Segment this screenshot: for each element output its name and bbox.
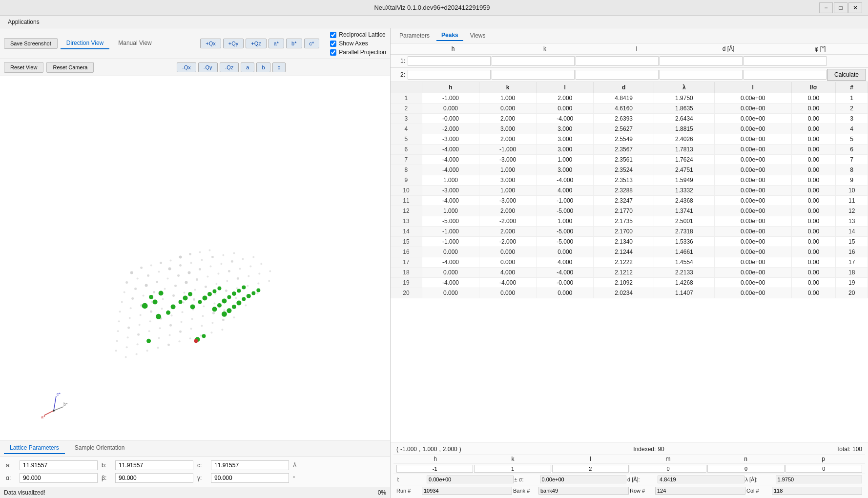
dir-btn-minus-qy[interactable]: -Qy (198, 62, 218, 72)
footer-n-input[interactable] (707, 465, 784, 473)
cell-rownum: 3 (391, 114, 422, 124)
table-row[interactable]: 8 -4.000 1.000 3.000 2.3524 2.4751 0.00e… (391, 165, 868, 175)
parallel-projection-checkbox[interactable] (330, 49, 336, 56)
table-row[interactable]: 9 1.000 3.000 -4.000 2.3513 1.5949 0.00e… (391, 175, 868, 186)
dir-btn-plus-qx[interactable]: +Qx (200, 39, 221, 48)
footer-col-num-input[interactable] (772, 487, 862, 495)
svg-point-77 (268, 280, 270, 282)
hkl-row2-l-input[interactable] (576, 70, 659, 80)
table-row[interactable]: 14 -1.000 2.000 -5.000 2.1700 2.7318 0.0… (391, 227, 868, 237)
param-b-input[interactable] (115, 460, 193, 470)
footer-h-val: -1.000 (400, 446, 417, 453)
dir-btn-b[interactable]: b (256, 62, 270, 72)
table-row[interactable]: 13 -5.000 -2.000 1.000 2.1735 2.5001 0.0… (391, 216, 868, 227)
checkbox-reciprocal-lattice[interactable]: Reciprocal Lattice (330, 31, 386, 38)
param-a-input[interactable] (20, 460, 98, 470)
footer-k-input[interactable] (474, 465, 551, 473)
hkl-row1-phi-input[interactable] (744, 56, 827, 66)
param-gamma-input[interactable] (211, 473, 289, 483)
table-row[interactable]: 15 -1.000 -2.000 -5.000 2.1340 1.5336 0.… (391, 237, 868, 247)
footer-row-num-input[interactable] (655, 487, 745, 495)
hkl-row2-k-input[interactable] (492, 70, 575, 80)
footer-lambda-input[interactable] (776, 476, 863, 483)
dir-btn-minus-qz[interactable]: -Qz (220, 62, 239, 72)
footer-comma2: , (439, 446, 440, 453)
table-row[interactable]: 10 -3.000 1.000 4.000 2.3288 1.3332 0.00… (391, 186, 868, 196)
dir-btn-plus-qz[interactable]: +Qz (246, 39, 266, 48)
hkl-row1-k-input[interactable] (492, 56, 575, 66)
footer-I-input[interactable] (427, 476, 514, 483)
dir-btn-a[interactable]: a (241, 62, 254, 72)
footer-row-num-label: Row # (630, 488, 654, 494)
cell-h: -2.000 (422, 124, 479, 134)
footer-h-input[interactable] (396, 465, 473, 473)
dir-btn-plus-qy[interactable]: +Qy (223, 39, 244, 48)
close-button[interactable]: ✕ (848, 2, 862, 13)
dir-btn-b-star[interactable]: b* (286, 39, 302, 48)
cell-I: 0.00e+00 (714, 165, 791, 175)
cell-l: 2.000 (537, 93, 594, 104)
footer-p-input[interactable] (785, 465, 862, 473)
tab-manual-view[interactable]: Manual View (112, 38, 157, 49)
hkl-row1-h-input[interactable] (408, 56, 491, 66)
table-row[interactable]: 12 1.000 2.000 -5.000 2.1770 1.3741 0.00… (391, 206, 868, 216)
table-row[interactable]: 19 -4.000 -4.000 -0.000 2.1092 1.4268 0.… (391, 278, 868, 288)
hkl-row2-d-input[interactable] (660, 70, 743, 80)
dir-btn-a-star[interactable]: a* (269, 39, 284, 48)
table-row[interactable]: 6 -4.000 -1.000 3.000 2.3567 1.7813 0.00… (391, 145, 868, 155)
table-row[interactable]: 17 -4.000 0.000 4.000 2.1222 1.4554 0.00… (391, 257, 868, 268)
checkbox-parallel-projection[interactable]: Parallel Projection (330, 49, 386, 56)
direction-buttons-top: +Qx +Qy +Qz a* b* c* (200, 39, 319, 48)
table-row[interactable]: 3 -0.000 2.000 -4.000 2.6393 2.6434 0.00… (391, 114, 868, 124)
tab-parameters[interactable]: Parameters (394, 30, 434, 41)
footer-run-num-input[interactable] (422, 487, 512, 495)
hkl-row2-label: 2: (393, 71, 407, 78)
dir-btn-c[interactable]: c (272, 62, 286, 72)
checkbox-show-axes[interactable]: Show Axes (330, 40, 386, 47)
table-row[interactable]: 16 0.000 0.000 0.000 2.1244 1.4661 0.00e… (391, 247, 868, 257)
table-row[interactable]: 7 -4.000 -3.000 1.000 2.3561 1.7624 0.00… (391, 155, 868, 165)
table-row[interactable]: 2 0.000 0.000 0.000 4.6160 1.8635 0.00e+… (391, 104, 868, 114)
tab-lattice-parameters[interactable]: Lattice Parameters (4, 442, 65, 454)
footer-d-ang-input[interactable] (658, 476, 744, 483)
footer-run-num-label: Run # (396, 488, 421, 494)
hkl-row1-l-input[interactable] (576, 56, 659, 66)
tab-direction-view[interactable]: Direction View (61, 38, 109, 49)
hkl-row2-h-input[interactable] (408, 70, 491, 80)
cell-I: 0.00e+00 (714, 288, 791, 298)
footer-sigma-input[interactable] (540, 476, 627, 483)
save-screenshot-button[interactable]: Save Screenshot (4, 38, 58, 49)
table-row[interactable]: 4 -2.000 3.000 3.000 2.5627 1.8815 0.00e… (391, 124, 868, 134)
cell-lambda: 2.4368 (654, 196, 715, 206)
footer-l-input[interactable] (552, 465, 629, 473)
table-row[interactable]: 5 -3.000 2.000 3.000 2.5549 2.4026 0.00e… (391, 134, 868, 145)
tab-sample-orientation[interactable]: Sample Orientation (69, 442, 131, 454)
peaks-table-container[interactable]: h k l d λ I I/σ # 1 -1.000 1.000 2.000 4… (391, 82, 868, 442)
show-axes-checkbox[interactable] (330, 41, 336, 47)
cell-h: -0.000 (422, 114, 479, 124)
table-row[interactable]: 1 -1.000 1.000 2.000 4.8419 1.9750 0.00e… (391, 93, 868, 104)
dir-btn-c-star[interactable]: c* (304, 39, 320, 48)
maximize-button[interactable]: □ (834, 2, 847, 13)
cell-l: 3.000 (537, 134, 594, 145)
table-row[interactable]: 18 0.000 4.000 -4.000 2.1212 2.2133 0.00… (391, 268, 868, 278)
tab-peaks[interactable]: Peaks (436, 30, 463, 41)
param-alpha-input[interactable] (20, 473, 98, 483)
calculate-button[interactable]: Calculate (827, 69, 866, 81)
reset-camera-button[interactable]: Reset Camera (46, 62, 94, 73)
hkl-row1-d-input[interactable] (660, 56, 743, 66)
menu-applications[interactable]: Applications (4, 18, 43, 26)
hkl-row2-phi-input[interactable] (744, 70, 827, 80)
tab-views[interactable]: Views (465, 30, 491, 41)
reciprocal-lattice-checkbox[interactable] (330, 32, 336, 38)
3d-view-area[interactable]: c* a* b* (0, 76, 390, 440)
dir-btn-minus-qx[interactable]: -Qx (177, 62, 196, 72)
param-c-input[interactable] (211, 460, 289, 470)
reset-view-button[interactable]: Reset View (4, 62, 43, 73)
footer-bank-num-input[interactable] (538, 487, 629, 495)
table-row[interactable]: 11 -4.000 -3.000 -1.000 2.3247 2.4368 0.… (391, 196, 868, 206)
param-beta-input[interactable] (115, 473, 193, 483)
table-row[interactable]: 20 0.000 0.000 0.000 2.0234 1.1407 0.00e… (391, 288, 868, 298)
footer-m-input[interactable] (630, 465, 706, 473)
minimize-button[interactable]: − (819, 2, 833, 13)
